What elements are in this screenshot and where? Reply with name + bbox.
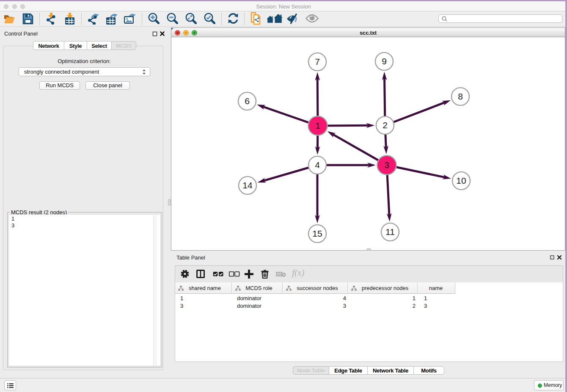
- svg-text:6: 6: [245, 96, 250, 106]
- svg-text:15: 15: [312, 229, 322, 238]
- svg-text:10: 10: [456, 176, 466, 185]
- svg-text:4: 4: [315, 160, 320, 170]
- svg-text:11: 11: [385, 227, 395, 237]
- svg-text:9: 9: [382, 56, 387, 66]
- svg-text:2: 2: [383, 120, 388, 130]
- svg-text:7: 7: [315, 57, 320, 66]
- svg-text:8: 8: [458, 91, 463, 101]
- svg-text:3: 3: [384, 160, 389, 170]
- svg-text:1: 1: [315, 121, 320, 130]
- svg-text:14: 14: [242, 180, 253, 190]
